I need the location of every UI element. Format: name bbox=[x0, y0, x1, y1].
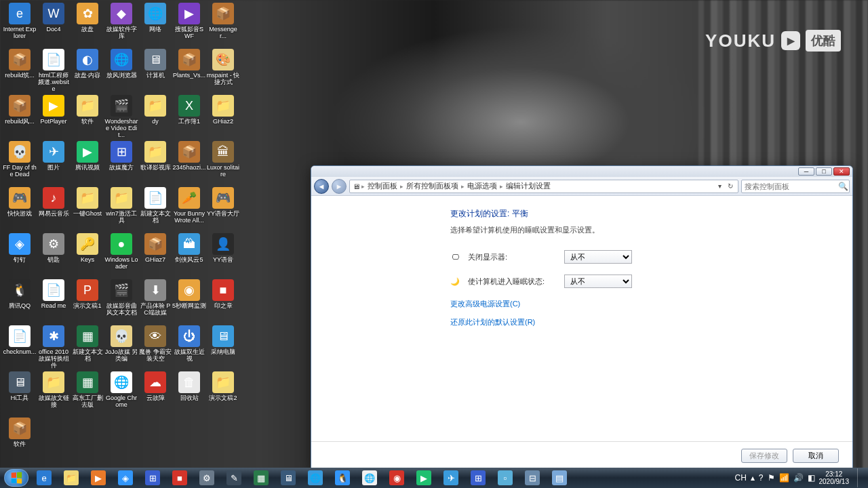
breadcrumb-seg[interactable]: 电源选项 bbox=[466, 181, 498, 191]
tray-lang-indicator[interactable]: CH bbox=[734, 473, 746, 483]
taskbar-app-app7[interactable]: ✈ bbox=[438, 469, 464, 487]
desktop-icon[interactable]: 🎬故媒影音曲风文本文档 bbox=[104, 279, 138, 325]
taskbar-app-browser1[interactable]: 🌐 bbox=[302, 469, 328, 487]
start-button[interactable] bbox=[4, 469, 28, 487]
desktop-icon[interactable]: 📁歌译影视库 bbox=[138, 141, 172, 187]
desktop-icon[interactable]: 🌐Google Chrome bbox=[104, 371, 138, 418]
desktop-icon[interactable]: 🖥计算机 bbox=[138, 49, 172, 95]
breadcrumb-seg[interactable]: 所有控制面板项 bbox=[405, 181, 460, 191]
window-titlebar[interactable]: ─ □ ✕ bbox=[311, 166, 852, 177]
desktop-icon[interactable]: 📁win7激活工具 bbox=[104, 187, 138, 233]
desktop-icon[interactable]: 📦Plants_Vs... bbox=[172, 49, 206, 95]
breadcrumb-seg[interactable]: 控制面板 bbox=[366, 181, 399, 191]
desktop-icon[interactable]: ✱office 2010 故媒转换组件 bbox=[37, 325, 71, 371]
desktop-icon[interactable]: 🌐网络 bbox=[138, 3, 172, 49]
address-bar[interactable]: 🖥 ▸ 控制面板 ▸ 所有控制面板项 ▸ 电源选项 ▸ 编辑计划设置 ▾ ↻ bbox=[349, 180, 738, 193]
search-icon[interactable]: 🔍 bbox=[838, 182, 848, 191]
address-dropdown-icon[interactable]: ▾ bbox=[715, 182, 724, 190]
desktop-icon[interactable]: 📄checknum... bbox=[3, 325, 37, 371]
maximize-button[interactable]: □ bbox=[816, 167, 832, 176]
desktop-icon[interactable]: ⚙钥匙 bbox=[37, 233, 71, 279]
desktop-icon[interactable]: 🗑回收站 bbox=[172, 371, 206, 418]
cancel-button[interactable]: 取消 bbox=[793, 449, 839, 463]
taskbar-app-qq[interactable]: 🐧 bbox=[330, 469, 355, 487]
taskbar-app-app5[interactable]: 🖥 bbox=[275, 469, 301, 487]
desktop-icon[interactable]: 📦Messenger... bbox=[206, 3, 240, 49]
taskbar-app-app2[interactable]: ⚙ bbox=[194, 469, 220, 487]
desktop-icon[interactable]: 📦软件 bbox=[3, 418, 37, 464]
taskbar-app-app4[interactable]: ▦ bbox=[248, 469, 274, 487]
taskbar-app-app8[interactable]: ⊞ bbox=[465, 469, 491, 487]
search-input[interactable] bbox=[745, 182, 838, 190]
desktop-icon[interactable]: 🔑Keys bbox=[71, 233, 104, 279]
desktop-icon[interactable]: 🐧腾讯QQ bbox=[3, 279, 37, 325]
taskbar-app-wps[interactable]: ■ bbox=[167, 469, 193, 487]
desktop-icon[interactable]: ◉5秒断网监测 bbox=[172, 279, 206, 325]
desktop-icon[interactable]: 🎨mspaint - 快捷方式 bbox=[206, 49, 240, 95]
desktop-icon[interactable]: 🖥Hi工具 bbox=[3, 371, 37, 418]
desktop-icon[interactable]: 🏛Luxor solitaire bbox=[206, 141, 240, 187]
desktop-icon[interactable]: ☁云故障 bbox=[138, 371, 172, 418]
desktop-icon[interactable]: 📄新建文本文档 bbox=[138, 187, 172, 233]
desktop-icon[interactable]: ◈钉钉 bbox=[3, 233, 37, 279]
advanced-settings-link[interactable]: 更改高级电源设置(C) bbox=[450, 299, 832, 309]
desktop-icon[interactable]: 👤YY语音 bbox=[206, 233, 240, 279]
show-desktop-button[interactable] bbox=[857, 468, 864, 487]
desktop-icon[interactable]: eInternet Explorer bbox=[3, 3, 37, 49]
tray-flag-icon[interactable]: ⚑ bbox=[768, 473, 775, 483]
desktop-icon[interactable]: ✈图片 bbox=[37, 141, 71, 187]
taskbar-app-controlpanel[interactable]: ⊟ bbox=[519, 469, 545, 487]
desktop-icon[interactable]: 📁演示文稿2 bbox=[206, 371, 240, 418]
desktop-icon[interactable]: P演示文稿1 bbox=[71, 279, 104, 325]
desktop-icon[interactable]: WDoc4 bbox=[37, 3, 71, 49]
close-button[interactable]: ✕ bbox=[833, 167, 850, 176]
taskbar-app-app9[interactable]: ▫ bbox=[492, 469, 518, 487]
breadcrumb-seg[interactable]: 编辑计划设置 bbox=[505, 181, 552, 191]
desktop-icon[interactable]: ▶搜狐影音SWF bbox=[172, 3, 206, 49]
desktop-icon[interactable]: 📁一键Ghost bbox=[71, 187, 104, 233]
desktop-icon[interactable]: 🌐放风浏览器 bbox=[104, 49, 138, 95]
desktop-icon[interactable]: 📄html工程师频道.website bbox=[37, 49, 71, 95]
desktop-icon[interactable]: ◐故盘·内容 bbox=[71, 49, 104, 95]
desktop-icon[interactable]: ▶PotPlayer bbox=[37, 95, 71, 141]
desktop-icon[interactable]: 📦rebuild筑... bbox=[3, 49, 37, 95]
taskbar-app-chrome[interactable]: 🌐 bbox=[357, 469, 382, 487]
search-box[interactable]: 🔍 bbox=[741, 180, 850, 193]
desktop-icon[interactable]: 🥕Your Bunny Wrote All... bbox=[172, 187, 206, 233]
desktop-icon[interactable]: 📦2345haozi... bbox=[172, 141, 206, 187]
sleep-select[interactable]: 从不 bbox=[564, 274, 632, 288]
tray-volume-icon[interactable]: 🔊 bbox=[793, 473, 804, 483]
desktop-icon[interactable]: ⬇产品体验 PC端故媒 bbox=[138, 279, 172, 325]
taskbar-app-app1[interactable]: ⊞ bbox=[140, 469, 165, 487]
desktop-icon[interactable]: 🎬Wondershare Video Edit... bbox=[104, 95, 138, 141]
desktop-icon[interactable]: 📁软件 bbox=[71, 95, 104, 141]
nav-forward-button[interactable]: ► bbox=[332, 179, 347, 194]
desktop-icon[interactable]: 👁魔兽 争霸安装天空 bbox=[138, 325, 172, 371]
taskbar-app-video[interactable]: ▶ bbox=[411, 469, 437, 487]
desktop-icon[interactable]: 📄Read me bbox=[37, 279, 71, 325]
tray-expand-icon[interactable]: ▴ bbox=[751, 473, 755, 483]
tray-clock[interactable]: 23:12 2020/9/13 bbox=[819, 470, 850, 485]
desktop-icon[interactable]: 🎮快快游戏 bbox=[3, 187, 37, 233]
desktop-icon[interactable]: ◆故媒软件字库 bbox=[104, 3, 138, 49]
desktop-icon[interactable]: X工作簿1 bbox=[172, 95, 206, 141]
minimize-button[interactable]: ─ bbox=[798, 167, 814, 176]
save-button[interactable]: 保存修改 bbox=[741, 449, 787, 463]
tray-app-icon[interactable]: ◧ bbox=[808, 473, 815, 483]
desktop-icon[interactable]: ▦高东工厂删去版 bbox=[71, 371, 104, 418]
restore-defaults-link[interactable]: 还原此计划的默认设置(R) bbox=[450, 317, 832, 327]
refresh-icon[interactable]: ↻ bbox=[726, 182, 735, 190]
desktop-icon[interactable]: ●Windows Loader bbox=[104, 233, 138, 279]
tray-network-icon[interactable]: 📶 bbox=[779, 473, 789, 483]
desktop-icon[interactable]: 🖥采纳电脑 bbox=[206, 325, 240, 371]
nav-back-button[interactable]: ◄ bbox=[314, 179, 329, 194]
desktop-icon[interactable]: ■印之章 bbox=[206, 279, 240, 325]
taskbar-app-app10[interactable]: ▤ bbox=[547, 469, 572, 487]
desktop-icon[interactable]: ▶腾讯视频 bbox=[71, 141, 104, 187]
desktop-icon[interactable]: 🎮YY语音大厅 bbox=[206, 187, 240, 233]
tray-help-icon[interactable]: ? bbox=[759, 473, 764, 483]
desktop-icon[interactable]: 📁dy bbox=[138, 95, 172, 141]
desktop-icon[interactable]: 💀JoJo故媒 另类编 bbox=[104, 325, 138, 371]
taskbar-app-dingtalk[interactable]: ◈ bbox=[113, 469, 138, 487]
desktop-icon[interactable]: 📦rebuild风... bbox=[3, 95, 37, 141]
